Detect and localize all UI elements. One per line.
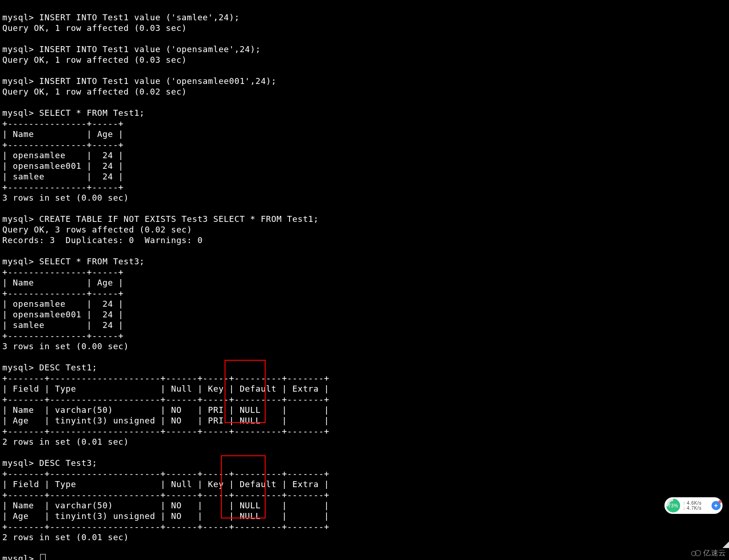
table-sep: +---------------+-----+ [2, 288, 124, 298]
download-speed: 4.7K/s [687, 506, 702, 511]
prompt: mysql> [2, 256, 34, 266]
rows-result: 3 rows in set (0.00 sec) [2, 341, 129, 351]
prompt: mysql> [2, 554, 34, 560]
desc-sep: +-------+---------------------+------+--… [2, 490, 329, 500]
prompt: mysql> [2, 12, 34, 22]
sql-select-test3: SELECT * FROM Test3; [34, 256, 145, 266]
prompt: mysql> [2, 363, 34, 372]
prompt: mysql> [2, 108, 34, 118]
rows-result: 3 rows in set (0.00 sec) [2, 193, 129, 203]
prompt: mysql> [2, 76, 34, 86]
table-row: | opensamlee001 | 24 | [2, 310, 124, 319]
upload-speed: 4.6K/s [687, 500, 702, 506]
desc-head: | Field | Type | Null | Key | Default | … [2, 479, 329, 489]
desc-row: | Name | varchar(50) | NO | PRI | NULL |… [2, 405, 329, 415]
sql-desc-test1: DESC Test1; [34, 363, 97, 372]
expand-button[interactable]: + [711, 501, 721, 510]
table-sep: +---------------+-----+ [2, 331, 124, 340]
table-sep: +---------------+-----+ [2, 267, 124, 277]
result-ok-2: Query OK, 1 row affected (0.03 sec) [2, 55, 187, 65]
rows-result: 2 rows in set (0.01 sec) [2, 532, 129, 542]
desc-sep: +-------+---------------------+------+--… [2, 469, 329, 478]
table-row: | opensamlee | 24 | [2, 150, 124, 160]
watermark-text: 亿速云 [703, 548, 726, 558]
watermark-logo-icon [691, 550, 701, 556]
watermark: 亿速云 [691, 548, 726, 558]
table-head: | Name | Age | [2, 129, 124, 139]
cursor [40, 554, 46, 560]
table-sep: +---------------+-----+ [2, 182, 124, 192]
rows-result: 2 rows in set (0.01 sec) [2, 437, 129, 447]
notification-dot-icon [718, 500, 722, 503]
table-head: | Name | Age | [2, 278, 124, 287]
prompt: mysql> [2, 44, 34, 54]
sql-select-test1: SELECT * FROM Test1; [34, 108, 145, 118]
desc-sep: +-------+---------------------+------+--… [2, 522, 329, 531]
table-row: | samlee | 24 | [2, 172, 124, 181]
resize-handle-icon [723, 542, 729, 548]
download-arrow-icon: ↓ [683, 506, 686, 511]
desc-row: | Age | tinyint(3) unsigned | NO | PRI |… [2, 416, 329, 425]
sql-insert-2: INSERT INTO Test1 value ('opensamlee',24… [34, 44, 261, 54]
network-speeds: ↑4.6K/s ↓4.7K/s [683, 500, 711, 511]
desc-row: | Age | tinyint(3) unsigned | NO | | NUL… [2, 511, 329, 521]
sql-insert-1: INSERT INTO Test1 value ('samlee',24); [34, 12, 240, 22]
desc-row: | Name | varchar(50) | NO | | NULL | | [2, 500, 329, 510]
cpu-usage-percent: 73% [669, 501, 678, 511]
prompt: mysql> [2, 458, 34, 468]
sql-insert-3: INSERT INTO Test1 value ('opensamlee001'… [34, 76, 277, 86]
desc-sep: +-------+---------------------+------+--… [2, 394, 329, 404]
desc-head: | Field | Type | Null | Key | Default | … [2, 384, 329, 393]
cpu-usage-gauge: 73% [666, 499, 680, 512]
table-row: | opensamlee001 | 24 | [2, 161, 124, 171]
result-ok-3: Query OK, 1 row affected (0.02 sec) [2, 87, 187, 96]
desc-sep: +-------+---------------------+------+--… [2, 373, 329, 383]
result-create-ok: Query OK, 3 rows affected (0.02 sec) [2, 225, 192, 234]
table-row: | opensamlee | 24 | [2, 299, 124, 309]
mysql-terminal[interactable]: mysql> INSERT INTO Test1 value ('samlee'… [0, 0, 729, 560]
table-row: | samlee | 24 | [2, 320, 124, 330]
sql-desc-test3: DESC Test3; [34, 458, 97, 468]
sql-create-table: CREATE TABLE IF NOT EXISTS Test3 SELECT … [34, 214, 319, 224]
records-line: Records: 3 Duplicates: 0 Warnings: 0 [2, 235, 203, 245]
prompt: mysql> [2, 214, 34, 224]
result-ok-1: Query OK, 1 row affected (0.03 sec) [2, 23, 187, 33]
table-sep: +---------------+-----+ [2, 119, 124, 128]
desc-sep: +-------+---------------------+------+--… [2, 426, 329, 436]
table-sep: +---------------+-----+ [2, 140, 124, 149]
network-monitor-widget[interactable]: 73% ↑4.6K/s ↓4.7K/s + [664, 497, 723, 514]
upload-arrow-icon: ↑ [683, 500, 686, 506]
